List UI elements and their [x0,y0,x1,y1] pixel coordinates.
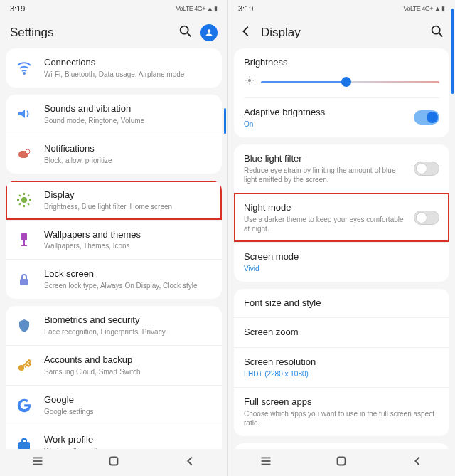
item-subtitle: Google settings [44,407,212,416]
item-subtitle: Vivid [244,264,439,273]
settings-group: Display Brightness, Blue light filter, H… [6,181,222,300]
google-icon [16,397,33,414]
toggle-switch[interactable] [414,110,439,125]
settings-list[interactable]: Connections Wi-Fi, Bluetooth, Data usage… [0,48,228,449]
item-subtitle: Screen lock type, Always On Display, Clo… [44,281,212,290]
home-button[interactable] [333,453,349,472]
toggle-switch[interactable] [414,211,439,225]
svg-rect-24 [109,458,117,465]
display-item-screen-mode[interactable]: Screen modeVivid [234,242,449,282]
settings-item-lock-screen[interactable]: Lock screen Screen lock type, Always On … [6,259,222,299]
svg-rect-15 [21,233,27,240]
account-icon[interactable] [200,24,218,41]
display-item-screen-resolution[interactable]: Screen resolutionFHD+ (2280 x 1080) [234,347,449,387]
settings-item-sounds-and-vibration[interactable]: Sounds and vibration Sound mode, Rington… [6,95,222,134]
item-title: Blue light filter [244,153,408,165]
search-icon[interactable] [178,23,193,42]
settings-item-accounts-and-backup[interactable]: Accounts and backup Samsung Cloud, Smart… [6,345,222,385]
item-title: Display [44,189,212,201]
search-icon[interactable] [429,23,445,42]
item-title: Biometrics and security [44,314,212,327]
svg-line-33 [252,83,252,83]
brightness-label: Brightness [234,48,449,72]
settings-group: Connections Wi-Fi, Bluetooth, Data usage… [6,48,222,88]
sun-icon [244,75,255,89]
brightness-slider-row [234,72,449,97]
brightness-slider[interactable] [261,76,439,88]
display-item-full-screen-apps[interactable]: Full screen appsChoose which apps you wa… [234,387,449,436]
item-title: Night mode [244,202,408,214]
item-title: Lock screen [44,268,212,280]
recents-button[interactable] [258,453,274,472]
home-button[interactable] [106,453,122,472]
settings-item-biometrics-and-security[interactable]: Biometrics and security Face recognition… [6,306,222,345]
timeout-card: Screen timeoutAfter 10 minutes of inacti… [234,443,449,449]
svg-point-5 [26,149,30,154]
item-title: Connections [44,57,212,69]
item-subtitle: Block, allow, prioritize [44,156,212,165]
item-title: Sounds and vibration [44,103,212,115]
svg-line-14 [19,203,21,205]
settings-item-work-profile[interactable]: Work profile Work profile settings [6,425,222,449]
clock: 3:19 [10,4,25,13]
svg-point-27 [248,79,251,82]
font-zoom-card: Font size and style Screen zoom Screen r… [234,289,449,437]
item-subtitle: Wallpapers, Themes, Icons [44,241,212,250]
status-bar: 3:19 VoLTE 4G+ ▲ ▮ [228,0,455,17]
settings-item-display[interactable]: Display Brightness, Blue light filter, H… [6,181,222,220]
display-mode-card: Blue light filterReduce eye strain by li… [234,144,449,282]
sound-icon [16,105,33,122]
item-subtitle: On [244,120,408,129]
item-subtitle: Reduce eye strain by limiting the amount… [244,166,408,184]
item-subtitle: Brightness, Blue light filter, Home scre… [44,202,212,211]
svg-rect-39 [338,458,346,465]
settings-item-connections[interactable]: Connections Wi-Fi, Bluetooth, Data usage… [6,48,222,88]
item-subtitle: Samsung Cloud, Smart Switch [44,367,212,376]
svg-line-34 [252,78,252,78]
display-item-font-size-and-style[interactable]: Font size and style [234,289,449,318]
status-icons: VoLTE 4G+ ▲ ▮ [176,5,218,12]
svg-line-32 [247,78,247,78]
item-subtitle: Work profile settings [44,447,212,449]
svg-point-6 [21,197,27,203]
display-item-screen-zoom[interactable]: Screen zoom [234,317,449,347]
display-settings-list[interactable]: Brightness Adaptive brightnessOn Blue li… [228,48,455,449]
settings-screen: 3:19 VoLTE 4G+ ▲ ▮ Settings Connections … [0,0,228,476]
svg-line-26 [439,33,443,37]
display-item-blue-light-filter[interactable]: Blue light filterReduce eye strain by li… [234,144,449,193]
svg-point-0 [181,26,188,34]
settings-item-google[interactable]: Google Google settings [6,385,222,425]
item-subtitle: FHD+ (2280 x 1080) [244,369,439,379]
back-icon[interactable] [238,23,261,42]
page-title: Settings [10,26,178,40]
item-title: Screen resolution [244,356,439,369]
item-title: Screen mode [244,251,439,263]
back-button[interactable] [410,453,425,472]
settings-item-notifications[interactable]: Notifications Block, allow, prioritize [6,134,222,174]
display-item-adaptive-brightness[interactable]: Adaptive brightnessOn [234,98,449,137]
recents-button[interactable] [30,453,46,472]
item-subtitle: Choose which apps you want to use in the… [244,409,439,428]
clock: 3:19 [238,4,253,13]
status-bar: 3:19 VoLTE 4G+ ▲ ▮ [0,0,228,17]
svg-point-3 [23,73,25,74]
item-subtitle: Use a darker theme to keep your eyes com… [244,215,408,233]
shield-icon [16,317,33,334]
svg-point-2 [208,29,211,33]
toggle-switch[interactable] [414,162,439,176]
item-title: Wallpapers and themes [44,229,212,241]
settings-item-wallpapers-and-themes[interactable]: Wallpapers and themes Wallpapers, Themes… [6,220,222,260]
status-icons: VoLTE 4G+ ▲ ▮ [403,5,445,12]
item-subtitle: Face recognition, Fingerprints, Privacy [44,327,212,337]
display-item-night-mode[interactable]: Night modeUse a darker theme to keep you… [234,193,449,242]
item-title: Work profile [44,434,212,446]
settings-group: Biometrics and security Face recognition… [6,306,222,449]
svg-point-19 [18,365,24,371]
back-button[interactable] [182,453,198,472]
lock-icon [16,271,33,288]
notif-icon [16,145,33,162]
key-icon [16,357,33,374]
display-item-screen-timeout[interactable]: Screen timeoutAfter 10 minutes of inacti… [234,443,449,449]
item-subtitle: Sound mode, Ringtone, Volume [44,116,212,125]
wifi-icon [16,59,33,76]
